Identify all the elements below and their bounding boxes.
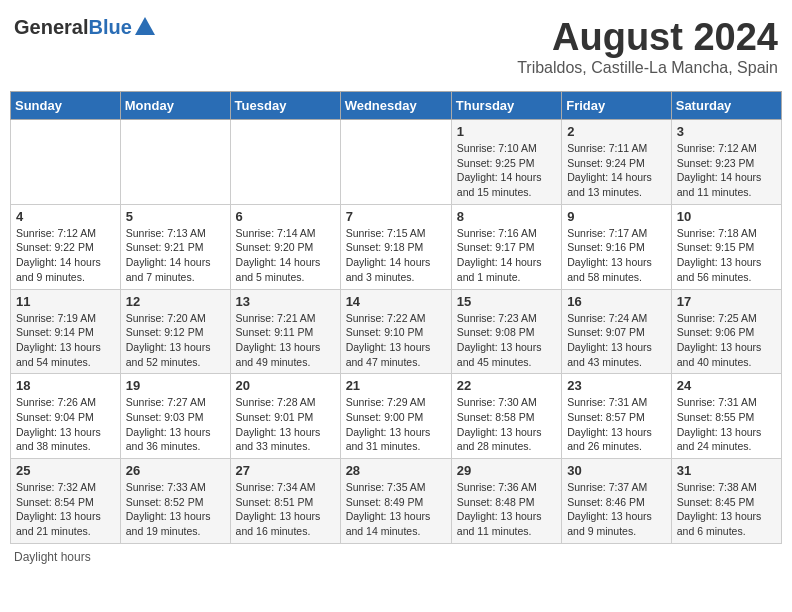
calendar-cell: 10Sunrise: 7:18 AM Sunset: 9:15 PM Dayli… [671,204,781,289]
footer: Daylight hours [10,550,782,564]
calendar-cell: 21Sunrise: 7:29 AM Sunset: 9:00 PM Dayli… [340,374,451,459]
day-number: 20 [236,378,335,393]
calendar-week-row: 18Sunrise: 7:26 AM Sunset: 9:04 PM Dayli… [11,374,782,459]
calendar-table: SundayMondayTuesdayWednesdayThursdayFrid… [10,91,782,544]
calendar-week-row: 4Sunrise: 7:12 AM Sunset: 9:22 PM Daylig… [11,204,782,289]
day-info: Sunrise: 7:12 AM Sunset: 9:22 PM Dayligh… [16,226,115,285]
day-number: 18 [16,378,115,393]
day-info: Sunrise: 7:31 AM Sunset: 8:57 PM Dayligh… [567,395,666,454]
day-info: Sunrise: 7:34 AM Sunset: 8:51 PM Dayligh… [236,480,335,539]
calendar-cell: 27Sunrise: 7:34 AM Sunset: 8:51 PM Dayli… [230,459,340,544]
day-info: Sunrise: 7:10 AM Sunset: 9:25 PM Dayligh… [457,141,556,200]
calendar-cell: 30Sunrise: 7:37 AM Sunset: 8:46 PM Dayli… [562,459,672,544]
day-number: 27 [236,463,335,478]
day-number: 23 [567,378,666,393]
day-info: Sunrise: 7:27 AM Sunset: 9:03 PM Dayligh… [126,395,225,454]
day-number: 5 [126,209,225,224]
calendar-cell [230,120,340,205]
day-info: Sunrise: 7:36 AM Sunset: 8:48 PM Dayligh… [457,480,556,539]
day-number: 10 [677,209,776,224]
calendar-cell: 25Sunrise: 7:32 AM Sunset: 8:54 PM Dayli… [11,459,121,544]
day-number: 8 [457,209,556,224]
column-header-wednesday: Wednesday [340,92,451,120]
calendar-cell: 7Sunrise: 7:15 AM Sunset: 9:18 PM Daylig… [340,204,451,289]
day-info: Sunrise: 7:38 AM Sunset: 8:45 PM Dayligh… [677,480,776,539]
calendar-cell: 3Sunrise: 7:12 AM Sunset: 9:23 PM Daylig… [671,120,781,205]
calendar-cell [11,120,121,205]
day-info: Sunrise: 7:19 AM Sunset: 9:14 PM Dayligh… [16,311,115,370]
day-info: Sunrise: 7:21 AM Sunset: 9:11 PM Dayligh… [236,311,335,370]
day-number: 22 [457,378,556,393]
calendar-cell: 16Sunrise: 7:24 AM Sunset: 9:07 PM Dayli… [562,289,672,374]
day-info: Sunrise: 7:11 AM Sunset: 9:24 PM Dayligh… [567,141,666,200]
calendar-cell: 31Sunrise: 7:38 AM Sunset: 8:45 PM Dayli… [671,459,781,544]
day-number: 24 [677,378,776,393]
day-number: 4 [16,209,115,224]
day-number: 19 [126,378,225,393]
calendar-cell: 28Sunrise: 7:35 AM Sunset: 8:49 PM Dayli… [340,459,451,544]
calendar-cell: 9Sunrise: 7:17 AM Sunset: 9:16 PM Daylig… [562,204,672,289]
column-header-tuesday: Tuesday [230,92,340,120]
calendar-cell: 20Sunrise: 7:28 AM Sunset: 9:01 PM Dayli… [230,374,340,459]
day-number: 15 [457,294,556,309]
title-area: August 2024 Tribaldos, Castille-La Manch… [517,16,778,77]
calendar-cell: 26Sunrise: 7:33 AM Sunset: 8:52 PM Dayli… [120,459,230,544]
day-info: Sunrise: 7:30 AM Sunset: 8:58 PM Dayligh… [457,395,556,454]
calendar-cell: 24Sunrise: 7:31 AM Sunset: 8:55 PM Dayli… [671,374,781,459]
calendar-cell: 11Sunrise: 7:19 AM Sunset: 9:14 PM Dayli… [11,289,121,374]
day-info: Sunrise: 7:16 AM Sunset: 9:17 PM Dayligh… [457,226,556,285]
day-info: Sunrise: 7:31 AM Sunset: 8:55 PM Dayligh… [677,395,776,454]
calendar-cell: 23Sunrise: 7:31 AM Sunset: 8:57 PM Dayli… [562,374,672,459]
logo: General Blue [14,16,155,39]
day-number: 6 [236,209,335,224]
day-number: 31 [677,463,776,478]
column-header-friday: Friday [562,92,672,120]
day-number: 14 [346,294,446,309]
day-number: 21 [346,378,446,393]
calendar-cell [340,120,451,205]
calendar-cell: 4Sunrise: 7:12 AM Sunset: 9:22 PM Daylig… [11,204,121,289]
day-number: 7 [346,209,446,224]
day-info: Sunrise: 7:25 AM Sunset: 9:06 PM Dayligh… [677,311,776,370]
day-info: Sunrise: 7:12 AM Sunset: 9:23 PM Dayligh… [677,141,776,200]
day-info: Sunrise: 7:17 AM Sunset: 9:16 PM Dayligh… [567,226,666,285]
calendar-cell: 29Sunrise: 7:36 AM Sunset: 8:48 PM Dayli… [451,459,561,544]
column-header-thursday: Thursday [451,92,561,120]
day-number: 29 [457,463,556,478]
day-info: Sunrise: 7:18 AM Sunset: 9:15 PM Dayligh… [677,226,776,285]
calendar-week-row: 11Sunrise: 7:19 AM Sunset: 9:14 PM Dayli… [11,289,782,374]
calendar-cell: 17Sunrise: 7:25 AM Sunset: 9:06 PM Dayli… [671,289,781,374]
day-number: 11 [16,294,115,309]
main-title: August 2024 [517,16,778,59]
subtitle: Tribaldos, Castille-La Mancha, Spain [517,59,778,77]
day-info: Sunrise: 7:37 AM Sunset: 8:46 PM Dayligh… [567,480,666,539]
day-info: Sunrise: 7:15 AM Sunset: 9:18 PM Dayligh… [346,226,446,285]
day-number: 25 [16,463,115,478]
calendar-cell: 22Sunrise: 7:30 AM Sunset: 8:58 PM Dayli… [451,374,561,459]
calendar-cell: 19Sunrise: 7:27 AM Sunset: 9:03 PM Dayli… [120,374,230,459]
calendar-cell: 2Sunrise: 7:11 AM Sunset: 9:24 PM Daylig… [562,120,672,205]
calendar-cell: 14Sunrise: 7:22 AM Sunset: 9:10 PM Dayli… [340,289,451,374]
day-info: Sunrise: 7:20 AM Sunset: 9:12 PM Dayligh… [126,311,225,370]
calendar-cell: 8Sunrise: 7:16 AM Sunset: 9:17 PM Daylig… [451,204,561,289]
calendar-cell: 13Sunrise: 7:21 AM Sunset: 9:11 PM Dayli… [230,289,340,374]
day-info: Sunrise: 7:24 AM Sunset: 9:07 PM Dayligh… [567,311,666,370]
day-number: 26 [126,463,225,478]
day-info: Sunrise: 7:29 AM Sunset: 9:00 PM Dayligh… [346,395,446,454]
calendar-header-row: SundayMondayTuesdayWednesdayThursdayFrid… [11,92,782,120]
header: General Blue August 2024 Tribaldos, Cast… [10,10,782,83]
calendar-week-row: 25Sunrise: 7:32 AM Sunset: 8:54 PM Dayli… [11,459,782,544]
column-header-saturday: Saturday [671,92,781,120]
day-info: Sunrise: 7:33 AM Sunset: 8:52 PM Dayligh… [126,480,225,539]
column-header-sunday: Sunday [11,92,121,120]
calendar-cell [120,120,230,205]
daylight-label: Daylight hours [14,550,91,564]
day-number: 2 [567,124,666,139]
day-info: Sunrise: 7:23 AM Sunset: 9:08 PM Dayligh… [457,311,556,370]
day-info: Sunrise: 7:28 AM Sunset: 9:01 PM Dayligh… [236,395,335,454]
calendar-cell: 6Sunrise: 7:14 AM Sunset: 9:20 PM Daylig… [230,204,340,289]
day-number: 12 [126,294,225,309]
logo-blue-text: Blue [88,16,131,39]
calendar-week-row: 1Sunrise: 7:10 AM Sunset: 9:25 PM Daylig… [11,120,782,205]
day-info: Sunrise: 7:13 AM Sunset: 9:21 PM Dayligh… [126,226,225,285]
